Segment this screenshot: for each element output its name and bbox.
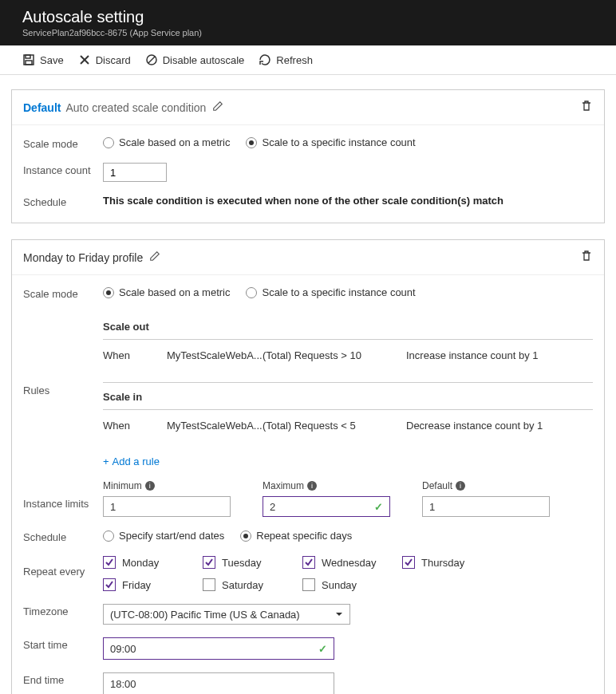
checkbox-sunday[interactable] — [302, 578, 315, 591]
check-icon: ✓ — [374, 501, 383, 513]
svg-rect-1 — [26, 55, 30, 58]
radio-scale-count-2[interactable]: Scale to a specific instance count — [246, 286, 415, 298]
minimum-input[interactable]: 1 — [103, 496, 231, 517]
timezone-label: Timezone — [23, 604, 103, 617]
profile-title: Monday to Friday profile — [23, 251, 143, 264]
schedule-text: This scale condition is executed when no… — [103, 195, 593, 207]
save-icon — [22, 53, 35, 66]
instance-limits-label: Instance limits — [23, 480, 103, 510]
info-icon[interactable]: i — [307, 481, 317, 491]
delete-profile-button[interactable] — [580, 250, 593, 265]
scale-in-header: Scale in — [103, 382, 593, 410]
svg-rect-2 — [26, 61, 32, 65]
close-icon — [78, 53, 91, 66]
info-icon[interactable]: i — [145, 481, 155, 491]
trash-icon — [580, 100, 593, 112]
start-time-label: Start time — [23, 637, 103, 651]
pencil-icon — [212, 101, 223, 112]
discard-button[interactable]: Discard — [78, 53, 131, 66]
maximum-input[interactable]: 2✓ — [263, 496, 390, 517]
save-button[interactable]: Save — [22, 53, 64, 66]
default-subtitle: Auto created scale condition — [65, 101, 206, 114]
checkbox-saturday[interactable] — [203, 578, 215, 591]
check-icon: ✓ — [318, 643, 327, 655]
instance-count-label: Instance count — [23, 163, 103, 176]
scale-out-header: Scale out — [103, 313, 593, 340]
refresh-button[interactable]: Refresh — [259, 53, 313, 66]
profile-card: Monday to Friday profile Scale mode Scal… — [11, 239, 605, 694]
edit-profile-name-button[interactable] — [149, 250, 160, 264]
scale-in-rule[interactable]: When MyTestScaleWebA... (Total) Requests… — [103, 410, 593, 441]
trash-icon — [580, 250, 593, 262]
add-rule-button[interactable]: +Add a rule — [103, 455, 160, 467]
info-icon[interactable]: i — [456, 481, 465, 491]
radio-scale-metric[interactable]: Scale based on a metric — [103, 136, 230, 148]
instance-count-input[interactable] — [103, 163, 167, 182]
schedule-label: Schedule — [23, 195, 103, 208]
disable-autoscale-button[interactable]: Disable autoscale — [145, 53, 245, 66]
timezone-select[interactable]: (UTC-08:00) Pacific Time (US & Canada) — [103, 604, 350, 625]
default-title: Default — [23, 101, 61, 114]
radio-scale-metric-2[interactable]: Scale based on a metric — [103, 286, 230, 298]
end-time-input[interactable]: 18:00 — [103, 672, 334, 694]
default-condition-card: DefaultAuto created scale condition Scal… — [11, 89, 605, 223]
scale-out-rule[interactable]: When MyTestScaleWebA... (Total) Requests… — [103, 340, 593, 371]
pencil-icon — [149, 250, 160, 262]
delete-default-button[interactable] — [580, 100, 593, 115]
chevron-down-icon — [335, 610, 343, 618]
edit-default-name-button[interactable] — [212, 101, 223, 114]
toolbar: Save Discard Disable autoscale Refresh — [0, 45, 616, 75]
schedule-label: Schedule — [23, 530, 103, 543]
checkbox-tuesday[interactable] — [203, 556, 215, 569]
start-time-input[interactable]: 09:00✓ — [103, 637, 334, 660]
checkbox-thursday[interactable] — [402, 556, 415, 569]
scale-mode-label: Scale mode — [23, 286, 103, 300]
checkbox-wednesday[interactable] — [302, 556, 315, 569]
scale-mode-label: Scale mode — [23, 136, 103, 150]
page-header: Autoscale setting ServicePlan2af96bcc-86… — [0, 0, 616, 45]
radio-scale-count[interactable]: Scale to a specific instance count — [246, 136, 415, 148]
repeat-every-label: Repeat every — [23, 556, 103, 578]
disable-icon — [145, 53, 158, 66]
page-title: Autoscale setting — [22, 8, 600, 26]
end-time-label: End time — [23, 672, 103, 686]
radio-specify-dates[interactable]: Specify start/end dates — [103, 530, 224, 542]
radio-repeat-days[interactable]: Repeat specific days — [240, 530, 352, 542]
checkbox-monday[interactable] — [103, 556, 116, 569]
checkbox-friday[interactable] — [103, 578, 116, 591]
plus-icon: + — [103, 455, 109, 467]
svg-line-6 — [148, 57, 155, 63]
rules-label: Rules — [23, 313, 103, 396]
refresh-icon — [259, 53, 271, 66]
default-input[interactable]: 1 — [422, 496, 550, 517]
page-subtitle: ServicePlan2af96bcc-8675 (App Service pl… — [22, 28, 600, 37]
